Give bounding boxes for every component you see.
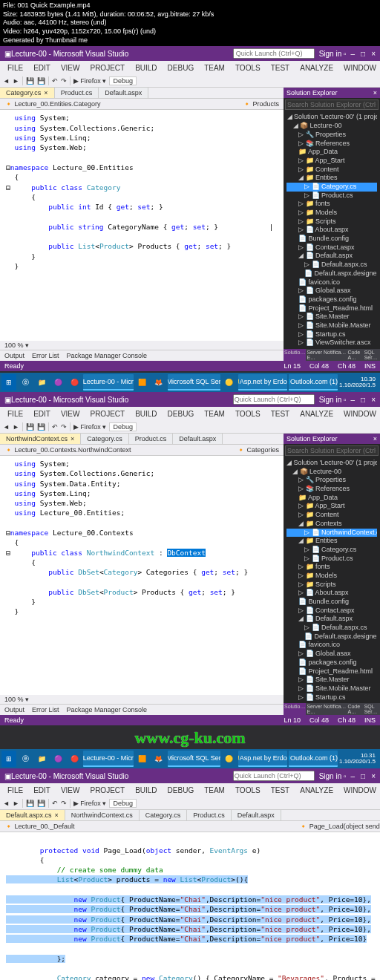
tab-close-icon[interactable]: × — [44, 89, 48, 97]
nav-member-dropdown[interactable]: 🔸 Products — [243, 100, 279, 108]
tb-explorer[interactable]: 📁 — [34, 374, 49, 391]
maximize-icon[interactable]: □ — [361, 50, 365, 58]
vs-window-2: ▣Lecture-00 - Microsoft Visual StudioSig… — [0, 392, 380, 725]
minimize-icon[interactable]: – — [351, 50, 356, 58]
quick-launch-input[interactable] — [233, 48, 315, 59]
tb-app2[interactable]: 🟧 — [135, 374, 150, 391]
tb-ie[interactable]: ⓔ — [18, 374, 33, 391]
vs-window-3: ▣Lecture-00 - Microsoft Visual StudioSig… — [0, 768, 380, 980]
editor-pane: Category.cs× Product.cs Default.aspx 🔸 L… — [0, 88, 284, 361]
panel-title: Solution Explorer — [286, 89, 338, 97]
close-icon[interactable]: × — [371, 50, 376, 58]
vs-logo-icon: ▣ — [4, 50, 11, 58]
output-tab[interactable]: Output — [4, 352, 24, 359]
tb-sql[interactable]: 🗄 Microsoft SQL Ser… — [168, 374, 220, 391]
solution-search-input[interactable] — [285, 99, 379, 110]
watermark: www.cg-ku.com — [0, 727, 380, 749]
solution-tree[interactable]: ◢Solution 'Lecture-00' (1 project) ◢📦 Le… — [284, 111, 380, 349]
video-info-overlay: File: 001 Quick Example.mp4 Size: 148393… — [0, 0, 380, 46]
vs-window-1: ▣ Lecture-00 - Microsoft Visual Studio S… — [0, 46, 380, 371]
tb-firefox[interactable]: 🦊 — [151, 374, 166, 391]
taskbar-2[interactable]: ⊞ⓔ📁🟣🔴 ▣ Lecture-00 - Micr…🟧🦊 🗄 Microsoft… — [0, 749, 380, 768]
menu-test[interactable]: TEST — [266, 62, 295, 74]
status-bar: ReadyLn 15Col 48Ch 48INS — [0, 361, 380, 371]
undo-icon[interactable]: ↶ — [52, 77, 58, 85]
titlebar[interactable]: ▣ Lecture-00 - Microsoft Visual Studio S… — [0, 46, 380, 61]
start-button[interactable]: ⊞ — [1, 374, 16, 391]
zoom-level[interactable]: 100 % ▾ — [0, 341, 284, 350]
tab-category[interactable]: Category.cs× — [0, 88, 55, 98]
code-editor[interactable]: using System; using System.Collections.G… — [0, 110, 284, 341]
sign-in-link[interactable]: Sign in ▫ — [319, 50, 347, 58]
redo-icon[interactable]: ↷ — [61, 77, 67, 85]
tb-folder[interactable]: 📁 Asp.net by Erdo… — [238, 374, 287, 391]
menu-build[interactable]: BUILD — [131, 62, 161, 74]
config-dropdown[interactable]: Debug — [109, 76, 137, 85]
menu-analyze[interactable]: ANALYZE — [295, 62, 338, 74]
menu-view[interactable]: VIEW — [56, 62, 85, 74]
taskbar-1[interactable]: ⊞ ⓔ 📁 🟣 🔴 ▣ Lecture-00 - Micr… 🟧 🦊 🗄 Mic… — [0, 373, 380, 392]
nav-back-icon[interactable]: ◄ — [3, 77, 10, 85]
code-editor[interactable]: using System; using System.Collections.G… — [0, 456, 284, 695]
nav-class-dropdown[interactable]: 🔸 Lecture_00.Entities.Category — [4, 100, 101, 108]
tab-default[interactable]: Default.aspx — [99, 88, 148, 98]
tab-nwcontext[interactable]: NorthwindContext.cs× — [0, 434, 81, 444]
toolbar: ◄►💾💾↶↷▶ Firefox ▾Debug — [0, 75, 380, 88]
errorlist-tab[interactable]: Error List — [32, 352, 59, 359]
taskbar-clock[interactable]: 10.301.10/2020/1.5 — [339, 376, 379, 388]
pmc-tab[interactable]: Package Manager Console — [67, 352, 148, 359]
save-icon[interactable]: 💾 — [26, 77, 34, 85]
menu-bar: FILEEDITVIEWPROJECTBUILDDEBUGTEAMTOOLSTE… — [0, 61, 380, 75]
code-editor[interactable]: protected void Page_Load(object sender, … — [0, 832, 380, 980]
menu-window[interactable]: WINDOW — [339, 62, 380, 74]
nav-fwd-icon[interactable]: ► — [13, 77, 19, 85]
tab-product[interactable]: Product.cs — [55, 88, 99, 98]
panel-close-icon[interactable]: × — [373, 89, 377, 97]
tb-app3[interactable]: 🟡 — [222, 374, 237, 391]
menu-debug[interactable]: DEBUG — [163, 62, 199, 74]
window-title: Lecture-00 - Microsoft Visual Studio — [11, 50, 233, 58]
tab-strip: Category.cs× Product.cs Default.aspx — [0, 88, 284, 99]
tb-chrome[interactable]: 🔴 — [67, 374, 82, 391]
save-all-icon[interactable]: 💾 — [37, 77, 45, 85]
solution-explorer: Solution Explorer× ◢Solution 'Lecture-00… — [284, 88, 380, 361]
menu-tools[interactable]: TOOLS — [231, 62, 265, 74]
tb-vs[interactable]: ▣ Lecture-00 - Micr… — [83, 374, 134, 391]
menu-project[interactable]: PROJECT — [85, 62, 129, 74]
menu-file[interactable]: FILE — [3, 62, 27, 74]
menu-edit[interactable]: EDIT — [29, 62, 55, 74]
tb-outlook[interactable]: 🌐 Outlook.com (1)… — [289, 374, 338, 391]
menu-team[interactable]: TEAM — [200, 62, 229, 74]
tb-app[interactable]: 🟣 — [50, 374, 65, 391]
quick-launch-input[interactable] — [233, 394, 315, 405]
